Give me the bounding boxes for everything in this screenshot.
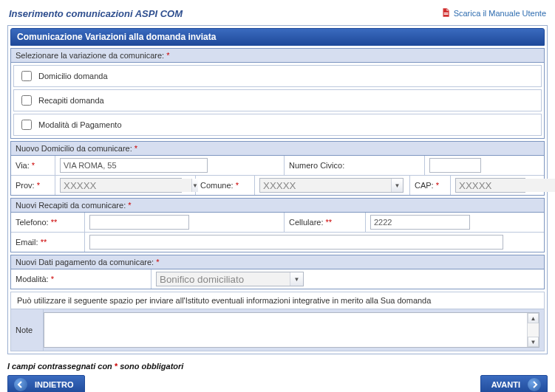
section-pagamento: Nuovi Dati pagamento da comunicare: * Mo… [10,255,545,289]
panel-title: Comunicazione Variazioni alla domanda in… [10,28,545,46]
check-domicilio-box[interactable] [21,71,32,81]
comune-select[interactable]: ▼ [259,178,404,193]
via-input[interactable] [60,158,208,173]
svg-rect-1 [443,14,448,15]
section-recapiti: Nuovi Recapiti da comunicare: * Telefono… [10,198,545,252]
section-recapiti-header: Nuovi Recapiti da comunicare: * [11,199,544,213]
comune-select-value [260,179,391,192]
scrollbar[interactable]: ▲ ▼ [527,313,539,347]
check-recapiti-box[interactable] [21,95,32,106]
next-button[interactable]: AVANTI [480,375,548,392]
svg-rect-0 [443,13,448,13]
telefono-input[interactable] [89,215,189,230]
scroll-down-icon[interactable]: ▼ [528,337,539,347]
section-domicilio-header: Nuovo Domicilio da comunicare: * [11,142,544,156]
cellulare-input[interactable] [370,215,470,230]
note-textarea[interactable] [44,312,539,348]
cellulare-label: Cellulare: ** [285,213,366,232]
manual-link[interactable]: Scarica il Manuale Utente [440,7,546,19]
cap-select[interactable]: ▼ [455,178,525,193]
footer-note: I campi contrassegnati con * sono obblig… [7,362,548,371]
cap-select-value [456,179,555,192]
email-input[interactable] [89,235,503,250]
info-hint: Può utilizzare il seguente spazio per in… [10,292,545,309]
back-button[interactable]: INDIETRO [7,375,85,392]
section-variazione: Selezionare la variazione da comunicare:… [10,48,545,139]
manual-link-label: Scarica il Manuale Utente [454,9,546,18]
modalita-select-value [157,272,290,286]
scroll-up-icon[interactable]: ▲ [528,313,539,323]
check-recapiti[interactable]: Recapiti domanda [13,89,542,111]
check-pagamento[interactable]: Modalità di Pagamento [13,114,542,136]
section-pagamento-header: Nuovi Dati pagamento da comunicare: * [11,255,544,269]
check-domicilio-label: Domicilio domanda [38,72,108,80]
next-button-label: AVANTI [491,380,520,389]
page-title: Inserimento comunicazioni ASPI COM [9,8,183,19]
section-domicilio: Nuovo Domicilio da comunicare: * Via: * … [10,141,545,196]
telefono-label: Telefono: ** [11,213,85,232]
email-label: Email: ** [11,233,85,252]
civico-input[interactable] [429,158,481,173]
note-row: Note ▲ ▼ [10,309,545,351]
modalita-label: Modalità: * [11,269,151,289]
chevron-down-icon: ▼ [290,272,303,286]
prov-select[interactable]: ▼ [60,178,182,193]
pdf-icon [440,7,451,19]
main-panel: Comunicazione Variazioni alla domanda in… [7,25,548,354]
prov-label: Prov: * [11,176,55,195]
arrow-left-icon [14,378,27,391]
check-recapiti-label: Recapiti domanda [38,96,104,105]
cap-label: CAP: * [410,176,451,195]
civico-label: Numero Civico: [285,156,425,175]
note-label: Note [11,309,44,351]
chevron-down-icon: ▼ [391,179,403,192]
check-domicilio[interactable]: Domicilio domanda [13,65,542,87]
back-button-label: INDIETRO [35,380,74,389]
via-label: Via: * [11,156,55,175]
section-variazione-header: Selezionare la variazione da comunicare:… [11,49,544,63]
check-pagamento-box[interactable] [21,120,32,130]
arrow-right-icon [528,378,541,391]
comune-label: Comune: * [196,176,255,195]
modalita-select[interactable]: ▼ [156,272,304,286]
check-pagamento-label: Modalità di Pagamento [38,120,122,129]
prov-select-value [61,179,191,192]
